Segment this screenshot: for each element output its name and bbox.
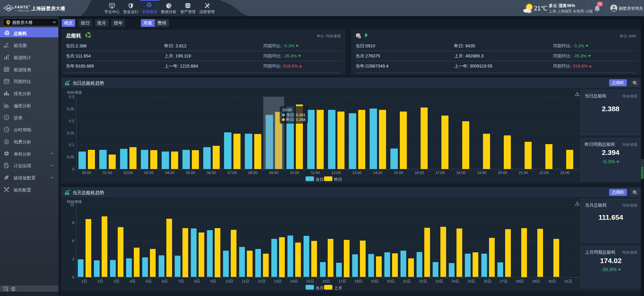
svg-text:风特: 风特 xyxy=(6,7,11,10)
